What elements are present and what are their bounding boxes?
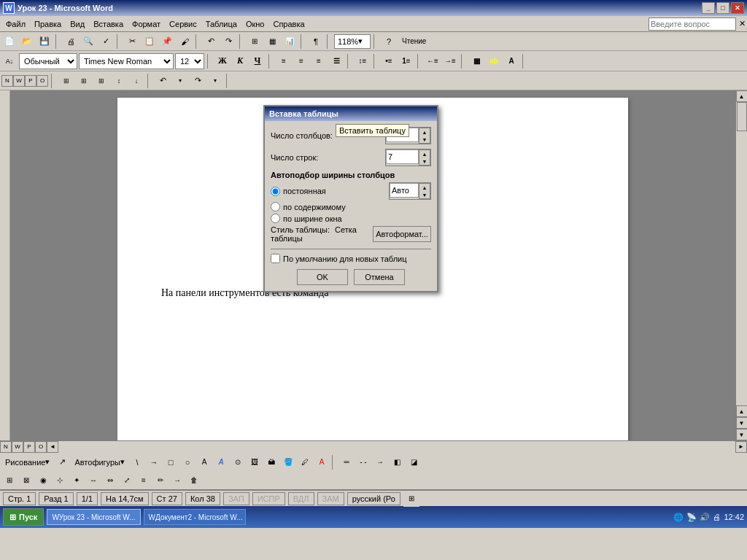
content-radio[interactable] xyxy=(271,202,280,211)
menu-file[interactable]: Файл xyxy=(1,18,30,30)
menu-edit[interactable]: Правка xyxy=(30,18,66,30)
hscroll-track[interactable] xyxy=(58,441,735,453)
style-dropdown[interactable]: Обычный xyxy=(19,53,77,69)
save-button[interactable]: 💾 xyxy=(36,34,53,50)
normal-view-button[interactable]: N xyxy=(1,75,13,87)
3d-button[interactable]: ◪ xyxy=(406,454,422,470)
ruler-btn-1[interactable]: ⊞ xyxy=(58,73,74,89)
numbering-button[interactable]: 1≡ xyxy=(398,53,414,69)
textbox-tool-button[interactable]: A xyxy=(196,454,212,470)
menu-insert[interactable]: Вставка xyxy=(89,18,128,30)
dialog-title-bar[interactable]: Вставка таблицы xyxy=(265,106,437,121)
view-web-button[interactable]: W xyxy=(12,441,23,453)
border-button[interactable]: ▦ xyxy=(468,53,484,69)
decrease-indent-button[interactable]: ←≡ xyxy=(425,53,441,69)
menu-format[interactable]: Формат xyxy=(128,18,165,30)
close-button[interactable]: ✕ xyxy=(731,2,744,14)
zoom-dropdown[interactable]: 118%▾ xyxy=(334,34,371,49)
wordart-tool-button[interactable]: A xyxy=(213,454,229,470)
fixed-value-input[interactable] xyxy=(390,183,419,198)
read-mode-button[interactable]: Чтение xyxy=(398,34,430,50)
view-print-button[interactable]: P xyxy=(23,441,35,453)
draw-btn-11[interactable]: → xyxy=(169,472,185,489)
web-view-button[interactable]: W xyxy=(13,75,25,87)
insert-columns-button[interactable]: ▦ xyxy=(264,34,280,50)
rect-tool-button[interactable]: □ xyxy=(163,454,179,470)
scroll-prev-page[interactable]: ▲ xyxy=(736,405,748,417)
fixed-up-button[interactable]: ▲ xyxy=(419,184,430,191)
view-normal-button[interactable]: N xyxy=(0,441,12,453)
font-dropdown[interactable]: Times New Roman xyxy=(79,53,174,69)
justify-button[interactable]: ☰ xyxy=(328,53,344,69)
line-tool-button[interactable]: \ xyxy=(129,454,145,470)
start-button[interactable]: ⊞ Пуск xyxy=(3,508,44,526)
fixed-down-button[interactable]: ▼ xyxy=(419,191,430,198)
new-button[interactable]: 📄 xyxy=(1,34,18,50)
align-left-button[interactable]: ≡ xyxy=(276,53,292,69)
draw-btn-8[interactable]: ⤢ xyxy=(119,472,135,489)
arrow-style-button[interactable]: → xyxy=(372,454,388,470)
draw-btn-1[interactable]: ⊞ xyxy=(1,472,18,489)
hscroll-left-button[interactable]: ◄ xyxy=(47,441,58,453)
ruler-btn-3[interactable]: ⊞ xyxy=(93,73,109,89)
outline-view-button[interactable]: O xyxy=(36,75,48,87)
help-button[interactable]: ? xyxy=(381,34,397,50)
align-right-button[interactable]: ≡ xyxy=(311,53,327,69)
print-view-button[interactable]: P xyxy=(25,75,36,87)
scroll-down-button[interactable]: ▼ xyxy=(736,429,748,440)
window-radio[interactable] xyxy=(271,214,280,223)
open-button[interactable]: 📂 xyxy=(19,34,35,50)
increase-indent-button[interactable]: →≡ xyxy=(442,53,458,69)
shadow-button[interactable]: ◧ xyxy=(389,454,405,470)
show-hide-button[interactable]: ¶ xyxy=(308,34,324,50)
taskbar-word1[interactable]: W Урок 23 - Microsoft W... xyxy=(47,509,140,525)
highlight-button[interactable]: ab xyxy=(486,53,502,69)
insert-table-button[interactable]: ⊞ xyxy=(247,34,263,50)
redo-button[interactable]: ↷ xyxy=(220,34,236,50)
line-spacing-button[interactable]: ↕≡ xyxy=(355,53,371,69)
oval-tool-button[interactable]: ○ xyxy=(179,454,196,470)
menu-view[interactable]: Вид xyxy=(66,18,89,30)
draw-btn-6[interactable]: ↔ xyxy=(85,472,101,489)
undo2-arrow[interactable]: ▾ xyxy=(172,73,188,89)
cancel-button[interactable]: Отмена xyxy=(354,269,405,285)
cut-button[interactable]: ✂ xyxy=(124,34,140,50)
rows-down-button[interactable]: ▼ xyxy=(419,158,430,165)
vertical-scrollbar[interactable]: ▲ ▲ ▼ ▼ xyxy=(735,90,747,440)
draw-btn-7[interactable]: ⇔ xyxy=(102,472,118,489)
fixed-radio[interactable] xyxy=(271,187,280,196)
hscroll-right-button[interactable]: ► xyxy=(735,441,747,453)
italic-button[interactable]: К xyxy=(232,53,248,69)
menu-help[interactable]: Справка xyxy=(268,18,309,30)
scroll-next-page[interactable]: ▼ xyxy=(736,417,748,429)
view-outline-button[interactable]: O xyxy=(35,441,47,453)
align-center-button[interactable]: ≡ xyxy=(293,53,309,69)
menu-window[interactable]: Окно xyxy=(241,18,269,30)
chart-button[interactable]: 📊 xyxy=(282,34,298,50)
maximize-button[interactable]: □ xyxy=(716,2,729,14)
underline-button[interactable]: Ч xyxy=(249,53,266,69)
clipart-tool-button[interactable]: 🖼 xyxy=(247,454,263,470)
format-painter-button[interactable]: 🖌 xyxy=(177,34,193,50)
insert-picture-button[interactable]: 🏔 xyxy=(263,454,279,470)
cols-down-button[interactable]: ▼ xyxy=(419,136,430,143)
drawing-menu-button[interactable]: Рисование▾ xyxy=(1,454,53,470)
autoformat-button[interactable]: Автоформат... xyxy=(373,226,431,242)
undo-button[interactable]: ↶ xyxy=(203,34,219,50)
draw-btn-2[interactable]: ⊠ xyxy=(18,472,34,489)
rows-up-button[interactable]: ▲ xyxy=(419,150,430,158)
font-size-dropdown[interactable]: 12 xyxy=(175,53,204,69)
arrow-tool-button[interactable]: → xyxy=(146,454,162,470)
diagram-tool-button[interactable]: ⊙ xyxy=(230,454,246,470)
draw-btn-3[interactable]: ◉ xyxy=(35,472,51,489)
undo2-button[interactable]: ↶ xyxy=(155,73,171,89)
draw-btn-9[interactable]: ≡ xyxy=(136,472,152,489)
select-tool-button[interactable]: ↗ xyxy=(54,454,70,470)
scroll-up-button[interactable]: ▲ xyxy=(736,90,748,102)
line-color-button[interactable]: 🖊 xyxy=(297,454,313,470)
ok-button[interactable]: OK xyxy=(297,269,348,285)
draw-btn-10[interactable]: ✏ xyxy=(152,472,169,489)
scroll-thumb[interactable] xyxy=(737,102,747,131)
cols-up-button[interactable]: ▲ xyxy=(419,128,430,136)
menu-close-button[interactable]: ✕ xyxy=(739,19,746,28)
